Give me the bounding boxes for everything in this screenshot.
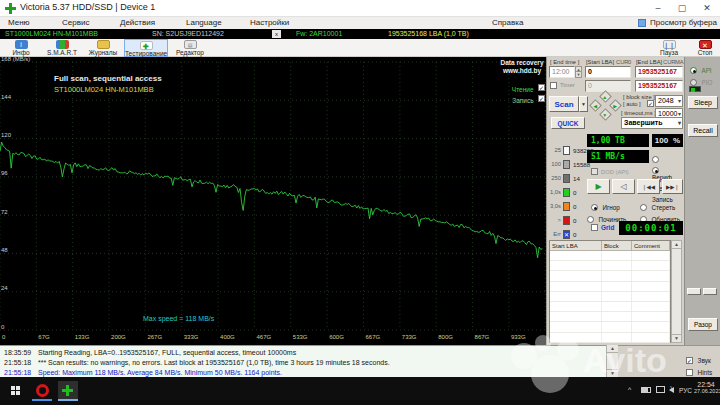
log-line-3: 21:55:18Speed: Maximum 118 MB/s. Average…	[4, 369, 282, 376]
toolbar-button-smart[interactable]: S.M.A.R.T	[44, 39, 80, 57]
svg-text:933G: 933G	[511, 334, 526, 340]
counter-value: 0	[573, 203, 576, 210]
drive-info-band: ST1000LM024 HN-M101MBB SN: S2USJ9ED11249…	[0, 29, 720, 39]
end-lba-input[interactable]: 1953525167	[635, 66, 683, 78]
menu-item-service[interactable]: Сервис	[62, 18, 89, 27]
write-checkbox[interactable]: ✓	[538, 95, 545, 102]
menu-item-language[interactable]: Language	[186, 18, 222, 27]
svg-text:533G: 533G	[293, 334, 308, 340]
recall-button[interactable]: Recall	[688, 124, 718, 137]
defect-table-row[interactable]	[550, 261, 670, 271]
close-button[interactable]: ✕	[695, 0, 719, 17]
dod-checkbox[interactable]	[591, 168, 598, 175]
start-lba-zero-button[interactable]: 0	[628, 59, 631, 65]
pad-left-button[interactable]: ◀	[589, 99, 602, 112]
menu-item-buffer-view[interactable]: Просмотр буфера	[650, 18, 717, 27]
counter-swatch	[563, 216, 570, 225]
network-icon[interactable]	[656, 386, 665, 393]
stop-button[interactable]: ✕ Стоп	[692, 39, 718, 57]
table-scrollbar[interactable]: ▲ ▼	[671, 240, 682, 343]
start-lba-cur-button[interactable]: CUR	[616, 59, 629, 65]
back-button[interactable]: ◁	[612, 179, 635, 194]
drive-x-button[interactable]: x	[272, 30, 281, 38]
toolbar-button-editor[interactable]: ▤ Редактор	[172, 39, 208, 57]
log-scrollbar[interactable]: ▲ ▼	[606, 345, 618, 377]
counter-swatch	[563, 146, 570, 155]
sleep-button[interactable]: Sleep	[688, 96, 718, 109]
pause-button[interactable]: ❘❘ Пауза	[656, 39, 682, 57]
timeout-label: [ timeout,ms ]	[621, 110, 656, 116]
opera-taskbar-icon[interactable]	[32, 381, 52, 401]
counter-value: 0	[573, 231, 576, 238]
mini-button-2[interactable]	[703, 288, 717, 295]
pad-up-button[interactable]: ▲	[599, 90, 612, 103]
mini-button-1[interactable]	[687, 288, 701, 295]
svg-text:72: 72	[1, 209, 8, 215]
menu-item-actions[interactable]: Действия	[120, 18, 155, 27]
scan-dropdown-arrow[interactable]: ▼	[579, 96, 588, 112]
scan-button[interactable]: Scan	[549, 96, 579, 112]
menu-item-settings[interactable]: Настройки	[250, 18, 289, 27]
finish-action-select[interactable]: Завершить	[621, 117, 683, 129]
skip-end-button[interactable]: ▶▶❘	[662, 179, 683, 194]
end-time-input[interactable]: 12:00	[549, 66, 575, 78]
end-lba-label: [End LBA]	[636, 59, 662, 65]
bottom-right-panel: ✓ Звук Hints	[618, 345, 720, 377]
skip-start-button[interactable]: ❘◀◀	[637, 179, 660, 194]
svg-text:144: 144	[1, 94, 12, 100]
progress-percent-display: 100 %	[652, 134, 683, 147]
block-size-select[interactable]: 2048	[655, 95, 683, 107]
pad-down-button[interactable]: ▼	[599, 108, 612, 121]
end-time-spinner[interactable]: ▲ ▼	[575, 66, 582, 78]
defect-table-row[interactable]	[550, 282, 670, 292]
toolbar-button-info[interactable]: i Инфо	[4, 39, 38, 57]
windows-taskbar: ^ ) РУС 22:54 27.06.2023	[0, 377, 720, 405]
counter-row-3,0s: 3,0s0	[549, 201, 585, 213]
defect-table-row[interactable]	[550, 251, 670, 261]
tray-expand-icon[interactable]: ^	[628, 386, 631, 393]
toolbar: i Инфо S.M.A.R.T Журналы ✚ Тестирование …	[0, 39, 720, 57]
quick-button[interactable]: QUICK	[551, 117, 585, 129]
victoria-taskbar-icon[interactable]	[58, 381, 78, 401]
defect-table-row[interactable]	[550, 292, 670, 302]
svg-text:333G: 333G	[184, 334, 199, 340]
battery-icon[interactable]	[641, 387, 651, 393]
menu-item-menu[interactable]: Меню	[8, 18, 30, 27]
legend-read-toggle[interactable]: Чтение ✓	[503, 78, 545, 87]
start-lba-input[interactable]: 0	[585, 66, 631, 78]
right-sidebar: API PIO Sleep Recall Разор	[684, 57, 720, 345]
maximize-button[interactable]: ▢	[670, 0, 694, 17]
toolbar-button-testing[interactable]: ✚ Тестирование	[124, 39, 168, 57]
razor-button[interactable]: Разор	[688, 318, 718, 331]
pad-right-button[interactable]: ▶	[609, 99, 622, 112]
defect-table-row[interactable]	[550, 302, 670, 312]
start-lba-label: [Start LBA]	[586, 59, 614, 65]
log-panel: 18:35:59Starting Reading, LBA=0..1953525…	[0, 345, 618, 377]
clock[interactable]: 22:54 27.06.2023	[694, 381, 718, 394]
legend-write-toggle[interactable]: Запись ✓	[503, 89, 545, 98]
minimize-button[interactable]: –	[646, 0, 670, 17]
svg-text:667G: 667G	[366, 334, 381, 340]
grid-checkbox[interactable]	[591, 224, 598, 231]
end-lba-cur-button[interactable]: CUR	[663, 59, 676, 65]
toolbar-button-journals[interactable]: Журналы	[86, 39, 120, 57]
buffer-icon	[638, 19, 646, 27]
end-lba-input-2[interactable]: 1953525167	[635, 80, 683, 92]
language-indicator[interactable]: РУС	[679, 387, 692, 394]
svg-text:96: 96	[1, 170, 8, 176]
defect-table-row[interactable]	[550, 322, 670, 332]
play-button[interactable]: ▶	[587, 179, 610, 194]
defect-table-row[interactable]	[550, 333, 670, 343]
svg-text:133G: 133G	[75, 334, 90, 340]
start-button[interactable]	[6, 381, 26, 401]
menu-item-help[interactable]: Справка	[492, 18, 523, 27]
svg-text:0: 0	[2, 334, 6, 340]
defect-table-row[interactable]	[550, 271, 670, 281]
graph-max-speed-note: Max speed = 118 MB/s	[143, 315, 214, 322]
auto-checkbox[interactable]: ✓	[647, 100, 654, 107]
counter-swatch: ✕	[563, 230, 570, 239]
timer-checkbox[interactable]	[550, 82, 557, 89]
counter-value: 0	[573, 189, 576, 196]
pause-icon: ❘❘	[663, 40, 676, 49]
defect-table-row[interactable]	[550, 312, 670, 322]
